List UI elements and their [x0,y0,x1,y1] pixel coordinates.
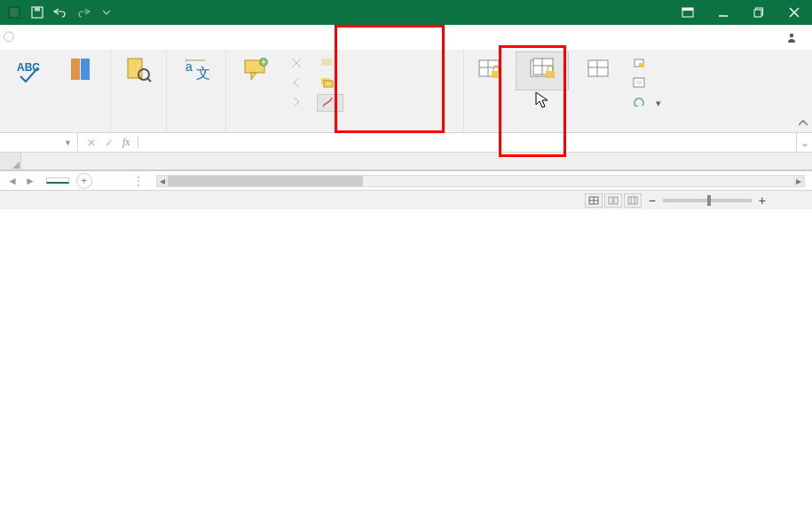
group-insights [111,50,167,132]
svg-rect-38 [588,60,608,76]
ink-icon [321,96,335,110]
track-changes-button[interactable]: ▾ [629,94,665,112]
save-button[interactable] [27,3,48,22]
translate-button[interactable]: a文 [172,51,220,85]
chevron-down-icon[interactable]: ▼ [64,138,72,147]
prev-sheet-icon[interactable]: ◄ [7,175,18,187]
thesaurus-icon [66,55,94,83]
svg-rect-14 [81,59,90,80]
title-bar [0,0,812,25]
collapse-ribbon-icon[interactable] [796,116,810,130]
svg-rect-28 [324,81,333,87]
protect-sheet-icon [476,55,504,83]
show-all-comments-button[interactable] [317,75,343,92]
group-proofing: ABC [0,50,111,132]
undo-button[interactable] [50,3,71,22]
enter-icon[interactable]: ✓ [105,137,114,149]
protect-sheet-button[interactable] [469,51,510,85]
new-comment-icon [242,55,271,83]
svg-text:ABC: ABC [17,61,40,74]
allow-users-edit-button[interactable] [629,75,665,92]
share-button[interactable] [780,29,807,45]
group-label-comments [232,116,458,132]
svg-point-11 [790,34,793,37]
group-changes: ▾ [464,50,812,132]
svg-rect-8 [754,10,761,17]
show-hide-comment-button [317,55,343,73]
page-layout-view-button[interactable] [604,193,622,208]
group-language: a文 [167,50,226,132]
ribbon-display-options[interactable] [670,0,706,25]
previous-icon [290,76,304,90]
redo-button[interactable] [73,3,94,22]
zoom-out-button[interactable]: − [649,193,656,208]
next-comment-button [287,94,311,112]
delete-icon [290,57,304,71]
svg-rect-37 [546,71,555,78]
svg-rect-49 [614,197,618,204]
svg-rect-32 [492,71,501,78]
qat-customize-icon[interactable] [96,3,117,22]
group-label-language [172,116,220,132]
ribbon-tab-row [0,25,812,50]
shield-icon [633,57,647,71]
share-workbook-icon [585,55,613,83]
protect-workbook-icon [528,56,556,84]
svg-rect-5 [682,8,693,11]
group-label-proofing [5,116,105,132]
svg-rect-3 [35,8,40,12]
spelling-button[interactable]: ABC [5,51,50,85]
range-icon [633,76,647,90]
sheet-tab-bar: ◄ ► + ⋮ ◂ ▸ [0,170,812,190]
svg-line-17 [147,78,151,82]
smart-lookup-button[interactable] [116,51,161,85]
svg-text:文: 文 [196,66,210,81]
column-headers [0,153,812,170]
quick-access-toolbar [0,3,117,22]
protect-and-share-button[interactable] [629,55,665,73]
close-button[interactable] [777,0,812,25]
svg-rect-15 [128,59,142,78]
share-workbook-button[interactable] [574,51,624,85]
spelling-icon: ABC [13,55,42,83]
cancel-icon[interactable]: ✕ [87,137,96,149]
zoom-slider[interactable] [663,199,752,202]
name-box[interactable]: ▼ [0,133,78,152]
status-bar: − + [0,190,812,209]
restore-button[interactable] [741,0,777,25]
fx-icon[interactable]: fx [122,136,138,149]
spreadsheet-grid [0,153,812,170]
svg-rect-48 [609,197,612,204]
window-controls [670,0,812,25]
svg-rect-50 [628,197,637,204]
next-icon [290,96,304,110]
translate-icon: a文 [182,55,210,83]
group-label-changes [469,116,807,132]
person-icon [786,32,797,43]
svg-rect-42 [639,63,644,67]
excel-icon [4,3,25,22]
svg-rect-44 [636,81,642,84]
expand-formula-bar-icon[interactable]: ⌄ [796,133,812,152]
comment-icon [320,57,335,71]
page-break-view-button[interactable] [624,193,642,208]
horizontal-scrollbar[interactable]: ◂ ▸ [156,175,805,187]
comments-icon [320,76,335,90]
new-comment-button[interactable] [232,51,281,85]
protect-workbook-button[interactable] [516,51,569,90]
show-ink-button[interactable] [317,94,343,112]
zoom-in-button[interactable]: + [759,193,766,208]
formula-bar: ▼ ✕ ✓ fx ⌄ [0,133,812,153]
svg-rect-13 [71,59,80,80]
next-sheet-icon[interactable]: ► [25,175,35,187]
sheet-tab[interactable] [46,177,69,184]
minimize-button[interactable] [706,0,741,25]
ribbon: ABC a文 [0,50,812,133]
delete-comment-button [287,55,311,73]
normal-view-button[interactable] [585,193,603,208]
new-sheet-button[interactable]: + [76,173,92,189]
select-all-button[interactable] [0,153,21,169]
thesaurus-button[interactable] [55,51,105,85]
tell-me-search[interactable] [0,25,32,50]
smart-lookup-icon [124,55,153,83]
